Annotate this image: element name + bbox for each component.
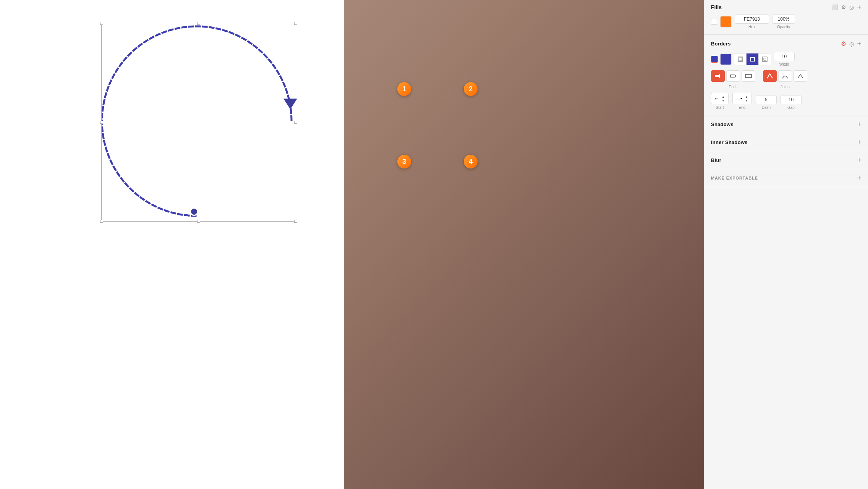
badge-1: 1 [397, 82, 411, 96]
start-down[interactable]: ▼ [721, 99, 726, 102]
border-outer-btn[interactable] [759, 53, 771, 65]
joins-buttons [763, 70, 807, 82]
width-field-group: 10 Width [774, 52, 795, 66]
end-up[interactable]: ▲ [744, 95, 749, 99]
start-selector[interactable]: ← ▲ ▼ [711, 93, 729, 104]
gap-input[interactable]: 10 [781, 95, 802, 104]
borders-gear-icon[interactable]: ⚙ [841, 40, 846, 47]
fills-title: Fills [711, 4, 722, 10]
inner-shadows-title: Inner Shadows [711, 139, 748, 145]
border-inner-btn[interactable] [734, 53, 747, 65]
end-stepper[interactable]: ▲ ▼ [744, 95, 749, 102]
fills-color-swatch[interactable] [720, 16, 732, 28]
blur-section: Blur + [704, 151, 868, 169]
fills-hide-icon[interactable]: ◎ [849, 4, 854, 10]
end-down[interactable]: ▼ [744, 99, 749, 102]
right-panel: Fills ⬜ ⚙ ◎ + [704, 0, 868, 489]
inner-shadows-section: Inner Shadows + [704, 133, 868, 151]
start-arrow-icon: ← [714, 96, 719, 102]
svg-rect-1 [739, 58, 742, 61]
borders-add-icon[interactable]: + [857, 40, 861, 47]
end-field-group: —• ▲ ▼ End [732, 93, 752, 110]
svg-rect-3 [763, 57, 767, 62]
width-label: Width [779, 62, 789, 66]
handle-top-mid[interactable] [197, 22, 200, 25]
borders-color-swatch[interactable] [720, 53, 732, 65]
ends-label: Ends [729, 85, 738, 89]
border-center-btn[interactable] [747, 53, 759, 65]
borders-hide-icon[interactable]: ◎ [849, 41, 854, 47]
svg-rect-2 [751, 57, 755, 61]
svg-rect-7 [745, 74, 751, 78]
ends-buttons [711, 70, 755, 82]
ends-butt-btn[interactable] [711, 70, 725, 82]
joins-round-btn[interactable] [778, 70, 792, 82]
start-up[interactable]: ▲ [721, 95, 726, 99]
shadows-title: Shadows [711, 121, 734, 127]
gap-field-group: 10 Gap [781, 95, 802, 110]
start-label: Start [716, 105, 724, 110]
svg-rect-5 [715, 75, 719, 77]
hex-field-group: FE7913 Hex [735, 15, 769, 29]
shadows-section: Shadows + [704, 115, 868, 133]
sdg-row: ← ▲ ▼ Start —• ▲ ▼ [711, 93, 861, 110]
copy-icon[interactable]: ⬜ [832, 4, 838, 10]
border-alignment-group [734, 53, 771, 65]
dash-field-group: 5 Dash [756, 95, 777, 110]
canvas-area [0, 0, 344, 489]
shadows-add-icon[interactable]: + [857, 121, 861, 128]
handle-bottom-left[interactable] [100, 220, 103, 223]
joins-label: Joins [781, 85, 789, 89]
fills-checkbox[interactable] [711, 19, 717, 25]
handle-mid-right[interactable] [294, 121, 297, 124]
endpoint-arrow[interactable] [283, 99, 297, 109]
border-width-input[interactable]: 10 [774, 52, 795, 61]
fills-header-icons: ⬜ ⚙ ◎ + [832, 4, 861, 11]
hex-input[interactable]: FE7913 [735, 15, 769, 24]
borders-title: Borders [711, 41, 731, 47]
joins-miter-btn[interactable] [763, 70, 777, 82]
handle-bottom-mid[interactable] [197, 220, 200, 223]
blur-title: Blur [711, 157, 721, 163]
handle-bottom-right[interactable] [294, 220, 297, 223]
endpoint-circle[interactable] [190, 207, 198, 216]
borders-section: Borders ⚙ ◎ + [704, 35, 868, 115]
svg-rect-4 [764, 58, 766, 60]
borders-row: 10 Width [711, 52, 861, 66]
joins-bevel-btn[interactable] [794, 70, 807, 82]
gap-label: Gap [787, 105, 795, 110]
handle-mid-left[interactable] [100, 121, 103, 124]
ends-round-btn[interactable] [726, 70, 740, 82]
dash-input[interactable]: 5 [756, 95, 777, 104]
joins-group: Joins [763, 70, 807, 89]
opacity-input[interactable]: 100% [772, 15, 795, 24]
handle-top-right[interactable] [294, 22, 297, 25]
fills-row: FE7913 Hex 100% Opacity [711, 15, 861, 29]
end-label: End [739, 105, 746, 110]
ends-group: Ends [711, 70, 755, 89]
start-stepper[interactable]: ▲ ▼ [721, 95, 726, 102]
fills-gear-icon[interactable]: ⚙ [841, 4, 846, 10]
hex-label: Hex [748, 25, 755, 29]
dash-label: Dash [762, 105, 771, 110]
inner-shadows-add-icon[interactable]: + [857, 139, 861, 146]
exportable-section: MAKE EXPORTABLE + [704, 169, 868, 187]
opacity-field-group: 100% Opacity [772, 15, 795, 29]
blur-add-icon[interactable]: + [857, 157, 861, 164]
handle-top-left[interactable] [100, 22, 103, 25]
fills-add-icon[interactable]: + [857, 4, 861, 11]
badge-4: 4 [464, 155, 478, 168]
borders-checkbox[interactable] [711, 56, 718, 63]
end-selector[interactable]: —• ▲ ▼ [732, 93, 752, 104]
ends-square-btn[interactable] [742, 70, 755, 82]
end-arrow-icon: —• [735, 96, 742, 102]
badge-2: 2 [464, 82, 478, 96]
path-svg [101, 23, 296, 222]
fills-section: Fills ⬜ ⚙ ◎ + [704, 0, 868, 35]
ends-joins-row: Ends [711, 70, 861, 89]
exportable-add-icon[interactable]: + [857, 175, 861, 181]
opacity-label: Opacity [777, 25, 790, 29]
badge-3: 3 [397, 155, 411, 168]
selection-box [101, 23, 296, 222]
start-field-group: ← ▲ ▼ Start [711, 93, 729, 110]
